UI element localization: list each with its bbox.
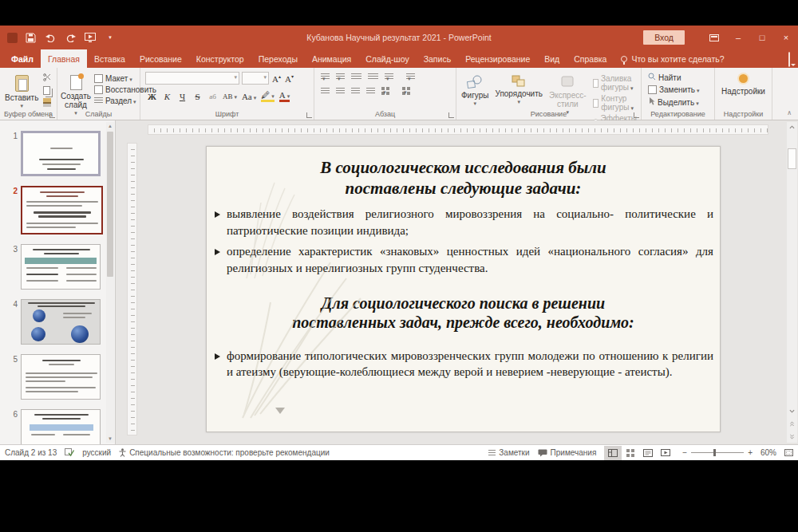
slide-title[interactable]: В социологическом исследования были пост…	[239, 157, 688, 199]
replace-button[interactable]: Заменить	[648, 85, 714, 94]
spellcheck-button[interactable]	[65, 448, 74, 457]
slide-6-thumbnail[interactable]	[21, 409, 101, 444]
character-spacing-button[interactable]: АВ	[223, 93, 237, 100]
align-right-icon[interactable]	[351, 88, 360, 95]
thumb-scroll-up-icon[interactable]: ▲	[106, 122, 114, 130]
scroll-down-icon[interactable]	[787, 406, 797, 416]
comments-button[interactable]	[788, 53, 790, 67]
tab-file[interactable]: Файл	[4, 49, 41, 68]
slide-1-thumbnail[interactable]	[21, 131, 101, 176]
ribbon-display-options-button[interactable]	[702, 26, 726, 49]
close-button[interactable]: ×	[774, 26, 798, 49]
numbering-icon[interactable]	[336, 73, 345, 81]
clipboard-dialog-launcher-icon[interactable]	[49, 112, 55, 118]
tab-slideshow[interactable]: Слайд-шоу	[358, 49, 416, 68]
slide-body-text-2[interactable]: формирование типологических мировоззренч…	[213, 348, 713, 380]
format-painter-icon[interactable]	[43, 98, 51, 107]
tab-view[interactable]: Вид	[537, 49, 567, 68]
tab-home[interactable]: Главная	[41, 49, 87, 68]
change-case-button[interactable]: Аа	[242, 92, 256, 101]
thumbnail-scrollbar[interactable]: ▲ ▼	[106, 122, 114, 443]
save-icon[interactable]	[24, 31, 37, 44]
tab-insert[interactable]: Вставка	[87, 49, 132, 68]
convert-to-smartart-icon[interactable]	[402, 87, 410, 95]
highlight-color-button[interactable]: 🖉	[261, 90, 275, 102]
tab-draw[interactable]: Рисование	[132, 49, 189, 68]
copy-icon[interactable]	[43, 86, 50, 95]
font-size-combobox[interactable]	[242, 72, 269, 85]
language-indicator[interactable]: русский	[82, 448, 111, 457]
thumb-scroll-down-icon[interactable]: ▼	[106, 435, 114, 443]
addins-button[interactable]: Надстройки	[715, 68, 772, 96]
slide-3-thumbnail[interactable]	[21, 244, 101, 290]
tab-animations[interactable]: Анимация	[305, 49, 358, 68]
zoom-level[interactable]: 60%	[760, 448, 776, 457]
increase-indent-icon[interactable]	[368, 73, 378, 81]
undo-icon[interactable]	[44, 31, 57, 44]
strikethrough-button[interactable]: S	[192, 92, 203, 101]
drawing-dialog-launcher-icon[interactable]	[634, 112, 639, 118]
select-button[interactable]: Выделить	[648, 97, 714, 107]
customize-qat-icon[interactable]: ▾	[104, 31, 117, 44]
tab-transitions[interactable]: Переходы	[251, 49, 305, 68]
previous-slide-icon[interactable]	[787, 419, 797, 428]
line-spacing-icon[interactable]	[385, 73, 393, 81]
start-slideshow-icon[interactable]	[84, 31, 97, 44]
accessibility-checker[interactable]: Специальные возможности: проверьте реком…	[119, 448, 330, 457]
scroll-thumb[interactable]	[788, 148, 796, 169]
zoom-slider-knob[interactable]	[713, 449, 716, 456]
columns-icon[interactable]	[381, 87, 389, 95]
slide-indicator[interactable]: Слайд 2 из 13	[5, 448, 57, 457]
reading-view-button[interactable]	[639, 446, 657, 460]
tell-me-box[interactable]: Что вы хотите сделать?	[614, 49, 731, 68]
slide-sorter-view-button[interactable]	[622, 446, 639, 460]
comments-toggle-button[interactable]: Примечания	[538, 448, 597, 457]
paragraph-dialog-launcher-icon[interactable]	[448, 112, 454, 118]
grow-font-button[interactable]: А▴	[271, 73, 282, 84]
thumbnail-row-4[interactable]: 4	[5, 299, 115, 345]
tab-design[interactable]: Конструктор	[189, 49, 251, 68]
font-color-button[interactable]: А	[279, 90, 290, 102]
shape-outline-button[interactable]: Контур фигуры	[593, 94, 640, 112]
paste-button[interactable]: Вставить	[5, 71, 38, 109]
normal-view-button[interactable]	[604, 446, 622, 460]
slide-body-text[interactable]: выявление воздействия религиозного миров…	[213, 206, 713, 277]
align-left-icon[interactable]	[321, 88, 330, 95]
slide-4-thumbnail[interactable]	[21, 299, 101, 345]
slide-canvas[interactable]: В социологическом исследования были пост…	[206, 146, 721, 432]
italic-button[interactable]: К	[162, 92, 172, 101]
align-center-icon[interactable]	[336, 88, 345, 95]
find-button[interactable]: Найти	[648, 73, 714, 82]
next-slide-icon[interactable]	[787, 432, 797, 441]
slide-2-thumbnail-selected[interactable]	[21, 186, 103, 234]
thumbnail-row-1[interactable]: 1	[5, 131, 115, 176]
underline-button[interactable]: Ч	[177, 92, 188, 101]
zoom-slider[interactable]	[691, 452, 744, 453]
slideshow-view-button[interactable]	[657, 446, 674, 460]
justify-icon[interactable]	[366, 88, 375, 95]
bold-button[interactable]: Ж	[147, 92, 157, 101]
tab-review[interactable]: Рецензирование	[458, 49, 537, 68]
thumbnail-row-2[interactable]: 2	[5, 186, 115, 234]
decrease-indent-icon[interactable]	[351, 73, 361, 81]
collapse-ribbon-icon[interactable]: ∧	[787, 109, 792, 116]
zoom-out-button[interactable]: −	[682, 448, 687, 457]
thumb-scroll-thumb[interactable]	[107, 132, 113, 277]
cut-icon[interactable]	[43, 73, 52, 83]
slide-subtitle[interactable]: Для социологического поиска в решении по…	[231, 294, 696, 333]
editor-scrollbar[interactable]	[787, 122, 797, 443]
font-dialog-launcher-icon[interactable]	[306, 112, 312, 118]
scroll-up-icon[interactable]	[787, 122, 797, 132]
notes-button[interactable]: Заметки	[488, 448, 529, 457]
zoom-in-button[interactable]: +	[748, 448, 753, 457]
thumbnail-row-6[interactable]: 6	[5, 409, 115, 444]
bullets-icon[interactable]	[321, 73, 330, 81]
fit-slide-to-window-icon[interactable]	[784, 449, 793, 456]
sign-in-button[interactable]: Вход	[643, 30, 685, 45]
tab-help[interactable]: Справка	[567, 49, 614, 68]
tab-record[interactable]: Запись	[417, 49, 458, 68]
text-direction-icon[interactable]	[406, 73, 415, 81]
text-shadow-button[interactable]: аб	[207, 93, 218, 100]
redo-icon[interactable]	[64, 31, 77, 44]
font-name-combobox[interactable]	[145, 72, 239, 85]
